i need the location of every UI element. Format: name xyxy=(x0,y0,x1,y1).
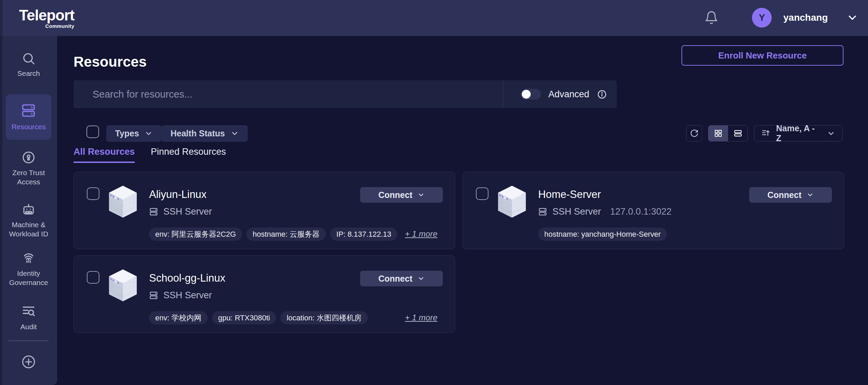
enroll-button-label: Enroll New Resource xyxy=(718,50,807,61)
resource-label-pill[interactable]: location: 水图四楼机房 xyxy=(280,311,368,324)
tab-pinned-resources[interactable]: Pinned Resources xyxy=(151,147,226,163)
sidebar-item-search[interactable]: Search xyxy=(0,51,57,78)
resource-label-pill[interactable]: hostname: 云服务器 xyxy=(246,228,326,241)
connect-button[interactable]: Connect xyxy=(360,271,443,286)
resource-label-pill[interactable]: env: 学校内网 xyxy=(149,311,208,324)
resource-checkbox[interactable] xyxy=(87,271,99,284)
sidebar-item-label: Zero Trust Access xyxy=(5,168,52,187)
more-labels-link[interactable]: + 1 more xyxy=(405,229,437,239)
resources-server-icon xyxy=(21,103,36,118)
connect-button[interactable]: Connect xyxy=(360,187,443,203)
ssh-server-icon xyxy=(538,207,547,216)
teleport-logo[interactable]: Teleport Community xyxy=(19,8,74,29)
resource-labels: env: 阿里云服务器2C2G hostname: 云服务器 IP: 8.137… xyxy=(149,228,397,241)
advanced-search-cluster: Advanced xyxy=(503,80,617,108)
select-all-checkbox[interactable] xyxy=(86,125,99,138)
health-status-filter-button[interactable]: Health Status xyxy=(162,125,248,142)
advanced-label: Advanced xyxy=(548,89,589,100)
avatar[interactable]: Y xyxy=(752,8,772,28)
resource-type-row: SSH Server xyxy=(149,206,212,217)
ssh-server-icon xyxy=(149,291,158,300)
sidebar-item-identity-governance[interactable]: Identity Governance xyxy=(0,251,57,287)
grid-view-icon xyxy=(714,129,723,138)
list-view-icon xyxy=(734,129,742,138)
list-view-button[interactable] xyxy=(728,125,748,141)
username: yanchang xyxy=(783,12,828,23)
sidebar-item-label: Resources xyxy=(5,122,52,132)
sidebar-item-resources[interactable]: Resources xyxy=(6,94,51,140)
avatar-initial: Y xyxy=(759,13,765,23)
chevron-down-icon xyxy=(230,129,239,138)
more-labels-link[interactable]: + 1 more xyxy=(405,313,437,322)
plus-circle-icon xyxy=(21,354,36,370)
advanced-toggle[interactable] xyxy=(520,89,541,100)
teleport-app: Teleport Community Y yanchang Search xyxy=(0,0,868,385)
resource-search-input[interactable] xyxy=(74,80,503,108)
sort-label: Name, A - Z xyxy=(776,123,821,143)
sort-button[interactable]: Name, A - Z xyxy=(754,125,842,141)
brand-name: Teleport xyxy=(19,8,74,23)
resource-card: Home-Server SSH Server 127.0.0.1:3022 ho… xyxy=(463,172,844,249)
resource-labels: env: 学校内网 gpu: RTX3080ti location: 水图四楼机… xyxy=(149,311,368,324)
resource-type-row: SSH Server 127.0.0.1:3022 xyxy=(538,206,672,217)
sidebar-item-label: Audit xyxy=(5,322,52,332)
notifications-button[interactable] xyxy=(704,10,719,26)
card-view-button[interactable] xyxy=(708,125,728,141)
resource-label-pill[interactable]: gpu: RTX3080ti xyxy=(212,311,276,324)
search-bar: Advanced xyxy=(74,80,617,108)
sidebar: Search Resources Zero Trust Access xyxy=(0,36,57,385)
refresh-icon xyxy=(690,129,699,138)
resource-checkbox[interactable] xyxy=(87,187,99,200)
resource-type: SSH Server xyxy=(552,206,601,217)
chevron-down-icon xyxy=(417,191,425,199)
refresh-button[interactable] xyxy=(686,125,702,141)
resource-name: Aliyun-Linux xyxy=(149,188,207,201)
types-filter-button[interactable]: Types xyxy=(106,125,162,142)
search-icon xyxy=(21,51,36,66)
resource-label-pill[interactable]: hostname: yanchang-Home-Server xyxy=(538,228,667,241)
user-menu-chevron-icon[interactable] xyxy=(846,12,858,24)
connect-label: Connect xyxy=(379,274,413,284)
sidebar-item-machine-workload-id[interactable]: Machine & Workload ID xyxy=(0,202,57,239)
connect-button[interactable]: Connect xyxy=(749,187,832,203)
resource-label-pill[interactable]: env: 阿里云服务器2C2G xyxy=(149,228,242,241)
topbar-right-cluster: Y yanchang xyxy=(704,0,858,35)
server-3d-icon xyxy=(106,185,140,219)
sidebar-add-button[interactable] xyxy=(0,354,57,370)
chevron-down-icon xyxy=(806,191,814,199)
enroll-new-resource-button[interactable]: Enroll New Resource xyxy=(681,45,843,66)
fingerprint-icon xyxy=(21,251,36,266)
sidebar-item-label: Search xyxy=(5,69,52,78)
page-title: Resources xyxy=(74,54,147,70)
health-status-filter-label: Health Status xyxy=(171,129,225,138)
resource-type: SSH Server xyxy=(163,206,212,217)
resource-name: School-gg-Linux xyxy=(149,272,225,284)
chevron-down-icon xyxy=(417,275,425,282)
resource-type-row: SSH Server xyxy=(149,290,212,301)
sidebar-item-zero-trust-access[interactable]: Zero Trust Access xyxy=(0,150,57,187)
connect-label: Connect xyxy=(768,190,802,200)
sort-ascending-icon xyxy=(761,129,771,138)
sidebar-item-audit[interactable]: Audit xyxy=(0,304,57,332)
resource-name: Home-Server xyxy=(538,188,601,201)
toggle-knob xyxy=(522,90,531,99)
server-3d-icon xyxy=(106,269,140,303)
chevron-down-icon xyxy=(827,129,835,138)
server-3d-icon xyxy=(495,185,529,219)
resource-labels: hostname: yanchang-Home-Server xyxy=(538,228,667,241)
topbar: Teleport Community Y yanchang xyxy=(0,0,868,37)
tab-all-resources[interactable]: All Resources xyxy=(74,147,135,163)
resource-label-pill[interactable]: IP: 8.137.122.13 xyxy=(330,228,397,241)
ssh-server-icon xyxy=(149,207,158,216)
info-icon[interactable] xyxy=(597,89,607,100)
types-filter-label: Types xyxy=(115,129,139,138)
main-content: Resources Enroll New Resource Advanced xyxy=(57,36,868,385)
sidebar-divider xyxy=(9,340,49,341)
window-left-edge xyxy=(0,0,2,385)
robot-icon xyxy=(21,202,36,217)
resource-card: School-gg-Linux SSH Server env: 学校内网 gpu… xyxy=(74,255,455,333)
view-mode-toggle xyxy=(708,125,748,141)
connect-label: Connect xyxy=(379,190,413,200)
resource-checkbox[interactable] xyxy=(476,187,488,200)
bell-icon xyxy=(704,11,719,25)
